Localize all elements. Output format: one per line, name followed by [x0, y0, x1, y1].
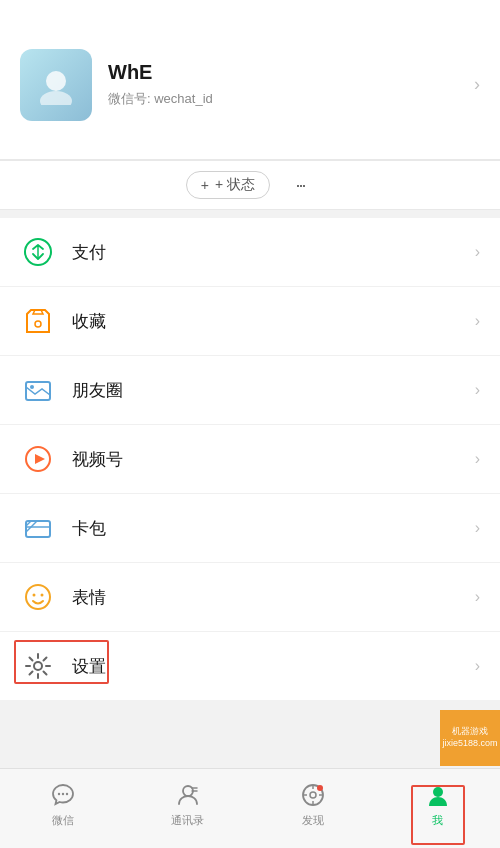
nav-item-wechat[interactable]: 微信 — [0, 781, 125, 836]
me-icon — [424, 781, 452, 809]
contacts-nav-label: 通讯录 — [171, 813, 204, 828]
profile-arrow: › — [474, 74, 480, 95]
profile-area[interactable]: WhE 微信号: wechat_id › — [0, 0, 500, 160]
menu-item-channels[interactable]: 视频号 › — [0, 425, 500, 494]
moments-icon — [20, 372, 56, 408]
avatar — [20, 49, 92, 121]
emoji-icon — [20, 579, 56, 615]
menu-item-favorites[interactable]: 收藏 › — [0, 287, 500, 356]
channels-label: 视频号 — [72, 448, 475, 471]
svg-point-0 — [46, 71, 66, 91]
avatar-image — [20, 49, 92, 121]
bottom-nav: 微信 通讯录 发现 — [0, 768, 500, 848]
svg-point-13 — [26, 585, 50, 609]
status-bar: + + 状态 ··· — [0, 160, 500, 210]
channels-icon — [20, 441, 56, 477]
channels-arrow: › — [475, 450, 480, 468]
nav-item-contacts[interactable]: 通讯录 — [125, 781, 250, 836]
me-nav-label: 我 — [432, 813, 443, 828]
profile-wechat-id: 微信号: wechat_id — [108, 90, 213, 108]
svg-marker-5 — [33, 310, 43, 314]
plus-icon: + — [201, 177, 209, 193]
svg-point-30 — [433, 787, 443, 797]
moments-arrow: › — [475, 381, 480, 399]
menu-item-payment[interactable]: 支付 › — [0, 218, 500, 287]
settings-icon — [20, 648, 56, 684]
svg-point-6 — [35, 321, 41, 327]
moments-label: 朋友圈 — [72, 379, 475, 402]
svg-marker-10 — [35, 454, 45, 464]
profile-info: WhE 微信号: wechat_id — [108, 61, 213, 108]
menu-item-card[interactable]: 卡包 › — [0, 494, 500, 563]
favorites-label: 收藏 — [72, 310, 475, 333]
menu-item-emoji[interactable]: 表情 › — [0, 563, 500, 632]
favorites-icon — [20, 303, 56, 339]
payment-label: 支付 — [72, 241, 475, 264]
watermark: 机器游戏 jixie5188.com — [440, 710, 500, 766]
svg-point-1 — [40, 91, 72, 105]
menu-item-settings[interactable]: 设置 › — [0, 632, 500, 700]
discover-nav-label: 发现 — [302, 813, 324, 828]
nav-item-discover[interactable]: 发现 — [250, 781, 375, 836]
profile-name: WhE — [108, 61, 213, 84]
svg-point-8 — [30, 385, 34, 389]
payment-icon — [20, 234, 56, 270]
svg-point-19 — [65, 793, 67, 795]
chat-icon — [49, 781, 77, 809]
profile-left: WhE 微信号: wechat_id — [20, 49, 213, 121]
emoji-label: 表情 — [72, 586, 475, 609]
card-arrow: › — [475, 519, 480, 537]
svg-point-17 — [57, 793, 59, 795]
menu-section: 支付 › 收藏 › 朋友圈 › — [0, 218, 500, 700]
add-status-label: + 状态 — [215, 176, 255, 194]
more-button[interactable]: ··· — [286, 171, 314, 199]
nav-item-me-wrapper: 我 — [375, 781, 500, 836]
svg-point-29 — [317, 785, 323, 791]
settings-label: 设置 — [72, 655, 475, 678]
nav-item-me[interactable]: 我 — [375, 781, 500, 836]
emoji-arrow: › — [475, 588, 480, 606]
svg-point-18 — [61, 793, 63, 795]
add-status-button[interactable]: + + 状态 — [186, 171, 270, 199]
card-icon — [20, 510, 56, 546]
wechat-nav-label: 微信 — [52, 813, 74, 828]
svg-point-14 — [33, 594, 36, 597]
favorites-arrow: › — [475, 312, 480, 330]
discover-icon — [299, 781, 327, 809]
svg-point-24 — [310, 792, 316, 798]
payment-arrow: › — [475, 243, 480, 261]
settings-arrow: › — [475, 657, 480, 675]
menu-item-moments[interactable]: 朋友圈 › — [0, 356, 500, 425]
card-label: 卡包 — [72, 517, 475, 540]
contacts-icon — [174, 781, 202, 809]
svg-point-15 — [41, 594, 44, 597]
svg-point-16 — [34, 662, 42, 670]
